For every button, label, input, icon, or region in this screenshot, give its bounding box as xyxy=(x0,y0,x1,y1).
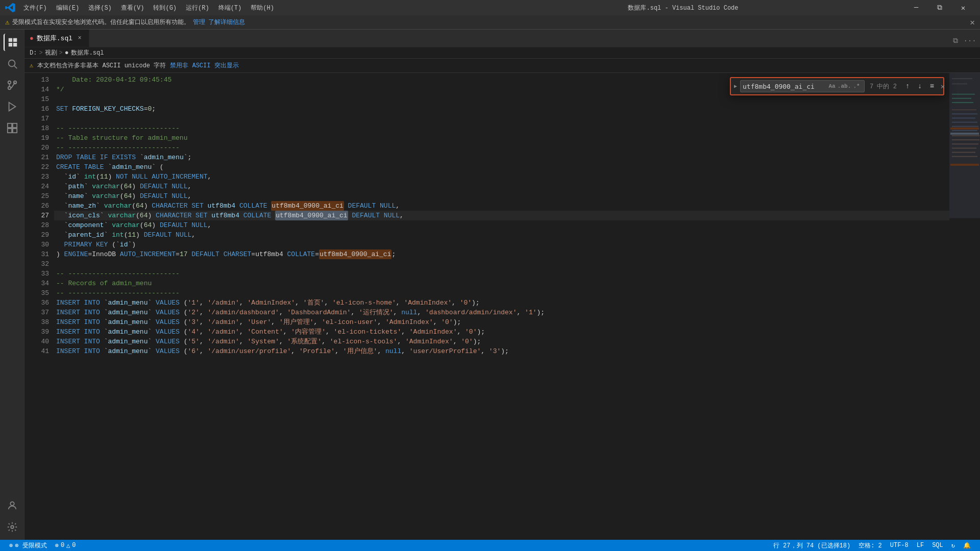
minimize-button[interactable]: ─ xyxy=(904,0,928,15)
find-widget: ▶ Aa .ab. .* 7 中的 2 ↑ ↓ ≡ ✕ xyxy=(730,77,944,95)
svg-line-1 xyxy=(14,66,17,68)
line-num-30: 30 xyxy=(30,240,49,249)
maximize-button[interactable]: ⧉ xyxy=(928,0,951,15)
menu-goto[interactable]: 转到(G) xyxy=(149,3,181,13)
menu-file[interactable]: 文件(F) xyxy=(19,3,51,13)
line-num-36: 36 xyxy=(30,298,49,308)
status-errors[interactable]: ⊗ 0 △ 0 xyxy=(51,540,80,551)
code-editor[interactable]: ▶ Aa .ab. .* 7 中的 2 ↑ ↓ ≡ ✕ xyxy=(24,73,980,540)
menu-select[interactable]: 选择(S) xyxy=(84,3,116,13)
status-restricted-mode[interactable]: ⊗ ⊗ 受限模式 xyxy=(5,540,51,551)
learn-more-link[interactable]: 了解详细信息 xyxy=(208,18,245,27)
breadcrumb-file[interactable]: 数据库.sql xyxy=(71,48,104,57)
active-tab[interactable]: ● 数据库.sql × xyxy=(24,30,89,47)
find-expand-icon[interactable]: ▶ xyxy=(734,83,737,89)
svg-rect-8 xyxy=(7,129,11,133)
disable-ascii-highlight[interactable]: 禁用非 ASCII 突出显示 xyxy=(170,61,238,70)
code-line-24: ` path ` varchar ( 64 ) DEFAULT NULL , xyxy=(54,182,949,191)
status-position[interactable]: 行 27，列 74 (已选择18) xyxy=(769,540,854,551)
breadcrumb-sep1: > xyxy=(39,49,42,57)
svg-point-11 xyxy=(11,525,14,529)
code-line-22: CREATE TABLE ` admin_menu ` ( xyxy=(54,162,949,172)
svg-rect-6 xyxy=(7,123,11,128)
find-select-all-button[interactable]: ≡ xyxy=(926,81,938,92)
ascii-warning-text: 本文档包含许多非基本 ASCII unicode 字符 xyxy=(37,61,166,70)
minimap[interactable] xyxy=(949,73,980,540)
match-case-button[interactable]: Aa xyxy=(826,81,838,91)
line-num-41: 41 xyxy=(30,346,49,356)
svg-rect-9 xyxy=(12,129,16,133)
code-line-16: SET FOREIGN_KEY_CHECKS = 0 ; xyxy=(54,104,949,114)
svg-rect-33 xyxy=(950,164,979,166)
line-num-19: 19 xyxy=(30,133,49,143)
status-line-ending[interactable]: LF xyxy=(913,540,928,551)
status-right: 行 27，列 74 (已选择18) 空格: 2 UTF-8 LF SQL ↻ 🔔 xyxy=(769,540,975,551)
code-line-29: ` parent_id ` int ( 11 ) DEFAULT NULL , xyxy=(54,230,949,240)
code-line-18: -- ---------------------------- xyxy=(54,123,949,133)
warnings-count: 0 xyxy=(72,542,76,549)
code-line-27: ` icon_cls ` varchar ( 64 ) CHARACTER SE… xyxy=(54,211,949,220)
menu-edit[interactable]: 编辑(E) xyxy=(52,3,84,13)
restricted-mode-icon: ⊗ xyxy=(9,542,13,549)
use-regex-button[interactable]: .* xyxy=(851,81,862,91)
svg-point-4 xyxy=(8,81,11,84)
restricted-mode-label: ⊗ 受限模式 xyxy=(15,541,46,550)
menu-terminal[interactable]: 终端(T) xyxy=(214,3,246,13)
code-line-19: -- Table structure for admin_menu xyxy=(54,133,949,143)
manage-link[interactable]: 管理 xyxy=(193,18,205,27)
more-actions-button[interactable]: ··· xyxy=(964,35,976,47)
svg-point-0 xyxy=(8,60,15,67)
tab-close-button[interactable]: × xyxy=(76,34,84,42)
menu-view[interactable]: 查看(V) xyxy=(117,3,149,13)
tab-bar: ● 数据库.sql × ⧉ ··· xyxy=(24,30,980,47)
code-line-40: INSERT INTO ` admin_menu ` VALUES ( '5' … xyxy=(54,337,949,346)
line-num-40: 40 xyxy=(30,337,49,346)
line-num-14: 14 xyxy=(30,85,49,94)
svg-point-2 xyxy=(8,87,11,90)
activity-search[interactable] xyxy=(4,55,21,72)
code-line-20: -- ---------------------------- xyxy=(54,143,949,153)
breadcrumb-drive: D: xyxy=(30,49,37,57)
breadcrumb-folder[interactable]: 视剧 xyxy=(45,48,57,57)
close-button[interactable]: ✕ xyxy=(951,0,975,15)
activity-explorer[interactable] xyxy=(4,34,21,51)
line-num-20: 20 xyxy=(30,143,49,153)
code-line-32 xyxy=(54,259,949,269)
find-input-wrap: Aa .ab. .* xyxy=(740,80,865,92)
line-num-29: 29 xyxy=(30,230,49,240)
line-num-31: 31 xyxy=(30,249,49,259)
activity-settings[interactable] xyxy=(4,518,21,536)
status-notifications[interactable]: 🔔 xyxy=(959,540,975,551)
activity-source-control[interactable] xyxy=(4,77,21,94)
code-line-33: -- ---------------------------- xyxy=(54,269,949,279)
code-line-36: INSERT INTO ` admin_menu ` VALUES ( '1' … xyxy=(54,298,949,308)
indentation-label: 空格: 2 xyxy=(859,541,882,550)
line-num-25: 25 xyxy=(30,191,49,201)
main-layout: ● 数据库.sql × ⧉ ··· D: > 视剧 > ● 数据库.sql ⚠ … xyxy=(0,30,980,540)
menu-help[interactable]: 帮助(H) xyxy=(247,3,278,13)
status-bar: ⊗ ⊗ 受限模式 ⊗ 0 △ 0 行 27，列 74 (已选择18) 空格: 2… xyxy=(0,540,980,551)
split-editor-button[interactable]: ⧉ xyxy=(949,35,962,47)
code-content[interactable]: Date: 2020-04-12 09:45:45 */ SET FOREIGN… xyxy=(54,73,949,540)
activity-run-debug[interactable] xyxy=(4,98,21,115)
find-close-button[interactable]: ✕ xyxy=(941,81,945,92)
code-line-41: INSERT INTO ` admin_menu ` VALUES ( '6' … xyxy=(54,346,949,356)
activity-extensions[interactable] xyxy=(4,119,21,137)
menu-run[interactable]: 运行(R) xyxy=(182,3,213,13)
svg-marker-5 xyxy=(9,103,15,111)
status-encoding[interactable]: UTF-8 xyxy=(886,540,913,551)
status-language[interactable]: SQL xyxy=(928,540,947,551)
find-search-input[interactable] xyxy=(743,83,824,90)
warning-icon: ⚠ xyxy=(5,18,9,27)
status-spaces[interactable]: 空格: 2 xyxy=(854,540,886,551)
match-word-button[interactable]: .ab. xyxy=(839,81,850,91)
errors-icon: ⊗ xyxy=(55,542,59,549)
restricted-bar-close[interactable]: ✕ xyxy=(970,17,975,28)
find-previous-button[interactable]: ↑ xyxy=(902,81,913,92)
svg-rect-31 xyxy=(950,128,979,130)
svg-rect-7 xyxy=(12,123,16,128)
activity-account[interactable] xyxy=(4,497,21,514)
find-next-button[interactable]: ↓ xyxy=(914,81,925,92)
code-line-15 xyxy=(54,94,949,104)
status-sync[interactable]: ↻ xyxy=(947,540,959,551)
